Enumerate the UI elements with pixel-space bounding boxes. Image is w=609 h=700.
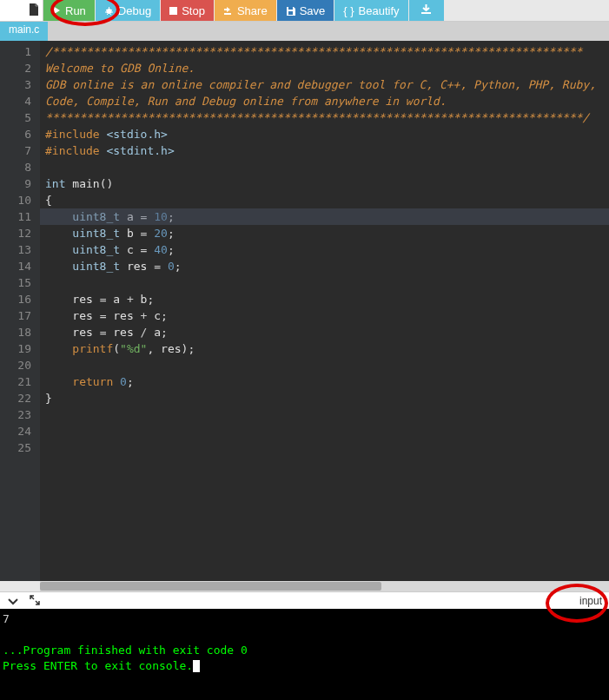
- svg-rect-3: [288, 7, 293, 10]
- exit-prompt: Press ENTER to exit console.: [3, 659, 193, 672]
- debug-button[interactable]: Debug: [96, 0, 160, 21]
- svg-rect-1: [169, 7, 177, 15]
- download-icon: [420, 3, 432, 17]
- stop-label: Stop: [182, 4, 205, 17]
- svg-point-0: [106, 9, 111, 14]
- tab-bar: main.c: [0, 22, 609, 41]
- console-tab-input[interactable]: input: [579, 595, 602, 607]
- toolbar: Run Debug Stop Share Save { } Beautify: [0, 0, 609, 22]
- console-header: input: [0, 591, 609, 609]
- scrollbar-corner: [0, 581, 40, 591]
- svg-rect-4: [288, 11, 293, 15]
- code-editor[interactable]: 1234567891011121314151617181920212223242…: [0, 41, 609, 581]
- line-gutter: 1234567891011121314151617181920212223242…: [0, 41, 40, 581]
- braces-icon: { }: [343, 4, 354, 17]
- scrollbar-track[interactable]: [40, 581, 609, 591]
- console-cursor: [193, 660, 200, 672]
- new-file-icon[interactable]: [29, 3, 39, 16]
- svg-rect-2: [224, 13, 231, 15]
- expand-icon[interactable]: [30, 593, 40, 609]
- program-output: 7: [3, 612, 10, 625]
- debug-label: Debug: [118, 4, 151, 17]
- share-icon: [223, 6, 233, 16]
- share-label: Share: [237, 4, 268, 17]
- horizontal-scrollbar[interactable]: [0, 581, 609, 591]
- code-content[interactable]: /***************************************…: [40, 41, 609, 581]
- save-icon: [286, 6, 295, 16]
- share-button[interactable]: Share: [215, 0, 276, 21]
- scrollbar-thumb[interactable]: [40, 582, 381, 591]
- download-button[interactable]: [409, 0, 444, 21]
- play-icon: [52, 6, 61, 15]
- stop-button[interactable]: Stop: [161, 0, 214, 21]
- run-label: Run: [65, 4, 86, 17]
- run-button[interactable]: Run: [43, 0, 95, 21]
- finished-message: ...Program finished with exit code 0: [3, 644, 248, 657]
- stop-icon: [169, 7, 177, 15]
- file-panel: [0, 0, 43, 21]
- beautify-button[interactable]: { } Beautify: [334, 0, 407, 21]
- collapse-icon[interactable]: [7, 593, 19, 609]
- beautify-label: Beautify: [359, 4, 400, 17]
- save-label: Save: [300, 4, 326, 17]
- bug-icon: [104, 6, 114, 16]
- tab-main-c[interactable]: main.c: [0, 22, 48, 41]
- console-output[interactable]: 7 ...Program finished with exit code 0 P…: [0, 609, 609, 700]
- save-button[interactable]: Save: [277, 0, 334, 21]
